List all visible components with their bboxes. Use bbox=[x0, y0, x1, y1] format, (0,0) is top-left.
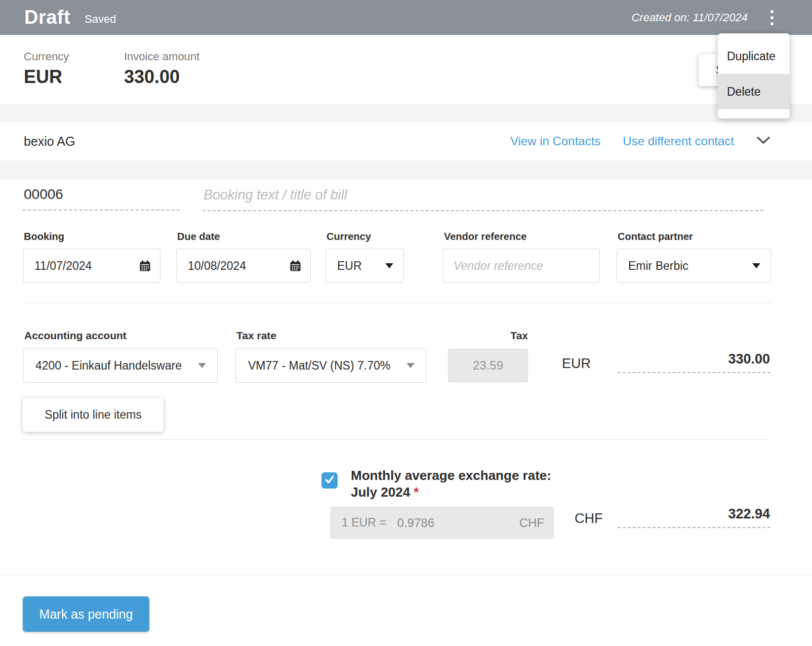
tax-rate-value: VM77 - Mat/SV (NS) 7.70% bbox=[236, 359, 390, 373]
split-into-line-items-button[interactable]: Split into line items bbox=[23, 398, 164, 432]
currency-label: Currency bbox=[327, 231, 371, 243]
caret-down-icon bbox=[198, 363, 206, 368]
document-number-input[interactable] bbox=[23, 186, 180, 211]
created-on-text: Created on: 11/07/2024 bbox=[631, 11, 748, 24]
tax-amount-input: 23.59 bbox=[448, 349, 528, 382]
exchange-rate-label-line2: July 2024 * bbox=[351, 484, 569, 501]
accounting-account-label: Accounting account bbox=[24, 330, 127, 342]
checkmark-icon bbox=[323, 473, 336, 488]
separator-band bbox=[0, 104, 812, 122]
line-currency-code: EUR bbox=[562, 356, 591, 372]
converted-amount-input[interactable]: 322.94 bbox=[618, 506, 770, 528]
currency-select[interactable]: EUR bbox=[326, 249, 404, 283]
header-right: Created on: 11/07/2024 bbox=[631, 6, 779, 30]
header-bar: Draft Saved Created on: 11/07/2024 bbox=[0, 0, 812, 35]
booking-label: Booking bbox=[24, 231, 64, 243]
currency-select-value: EUR bbox=[326, 259, 362, 273]
contact-partner-label: Contact partner bbox=[618, 231, 693, 243]
due-date-input[interactable]: 10/08/2024 bbox=[176, 249, 311, 283]
calendar-icon[interactable] bbox=[290, 260, 301, 272]
divider bbox=[23, 303, 771, 303]
bill-editor-page: Draft Saved Created on: 11/07/2024 Curre… bbox=[0, 0, 812, 646]
invoice-amount-summary: Invoice amount 330.00 bbox=[124, 50, 199, 88]
exchange-rate-label: Monthly average exchange rate: July 2024… bbox=[351, 467, 569, 501]
chevron-down-icon bbox=[756, 136, 770, 146]
contact-actions: View in Contacts Use different contact bbox=[510, 134, 770, 148]
caret-down-icon bbox=[407, 363, 415, 368]
vendor-reference-input[interactable] bbox=[443, 249, 600, 283]
summary-section: Currency EUR Invoice amount 330.00 Save bbox=[0, 35, 812, 104]
due-date-label: Due date bbox=[177, 231, 220, 243]
calendar-icon[interactable] bbox=[139, 260, 151, 272]
accounting-account-select[interactable]: 4200 - Einkauf Handelsware bbox=[23, 348, 218, 383]
line-amount-input[interactable]: 330.00 bbox=[618, 351, 770, 373]
menu-item-duplicate[interactable]: Duplicate bbox=[718, 38, 790, 74]
caret-down-icon bbox=[752, 263, 760, 268]
currency-summary: Currency EUR bbox=[24, 50, 69, 88]
exchange-rate-input: 1 EUR = 0.9786 CHF bbox=[331, 507, 554, 539]
view-in-contacts-link[interactable]: View in Contacts bbox=[510, 134, 600, 148]
separator-band bbox=[0, 160, 812, 179]
caret-down-icon bbox=[385, 263, 393, 268]
context-menu: Duplicate Delete bbox=[718, 33, 790, 118]
contact-partner-select[interactable]: Emir Berbic bbox=[617, 249, 771, 283]
rate-currency: CHF bbox=[519, 516, 553, 530]
kebab-menu-icon[interactable] bbox=[765, 6, 779, 30]
tax-label: Tax bbox=[448, 330, 528, 342]
tax-rate-label: Tax rate bbox=[236, 330, 276, 342]
due-date-value: 10/08/2024 bbox=[177, 259, 246, 273]
exchange-rate-label-line1: Monthly average exchange rate: bbox=[351, 467, 569, 484]
accounting-account-value: 4200 - Einkauf Handelsware bbox=[23, 359, 182, 373]
contact-partner-value: Emir Berbic bbox=[617, 259, 688, 273]
page-title: Draft bbox=[24, 7, 70, 28]
vendor-reference-label: Vendor reference bbox=[444, 231, 526, 243]
booking-date-value: 11/07/2024 bbox=[23, 259, 92, 273]
rate-prefix: 1 EUR = bbox=[331, 516, 386, 530]
footer-divider bbox=[0, 575, 812, 575]
currency-summary-value: EUR bbox=[24, 66, 69, 88]
booking-text-input[interactable] bbox=[202, 187, 763, 211]
tax-amount-value: 23.59 bbox=[473, 358, 503, 373]
invoice-amount-value: 330.00 bbox=[124, 66, 199, 88]
divider bbox=[23, 439, 771, 440]
converted-currency-code: CHF bbox=[575, 511, 603, 527]
use-different-contact-link[interactable]: Use different contact bbox=[623, 134, 734, 148]
booking-date-input[interactable]: 11/07/2024 bbox=[23, 249, 160, 283]
contact-expand-button[interactable] bbox=[756, 136, 770, 146]
contact-bar: bexio AG View in Contacts Use different … bbox=[0, 122, 812, 160]
menu-item-delete[interactable]: Delete bbox=[718, 74, 790, 109]
bill-form: Booking Due date Currency Vendor referen… bbox=[0, 179, 812, 575]
rate-value: 0.9786 bbox=[397, 516, 434, 530]
contact-name: bexio AG bbox=[24, 134, 75, 149]
exchange-rate-checkbox[interactable] bbox=[321, 472, 338, 489]
currency-summary-label: Currency bbox=[24, 50, 69, 63]
invoice-amount-label: Invoice amount bbox=[124, 50, 199, 63]
mark-as-pending-button[interactable]: Mark as pending bbox=[23, 596, 149, 632]
tax-rate-select[interactable]: VM77 - Mat/SV (NS) 7.70% bbox=[235, 348, 426, 383]
saved-status: Saved bbox=[85, 13, 116, 26]
required-marker: * bbox=[414, 485, 419, 500]
